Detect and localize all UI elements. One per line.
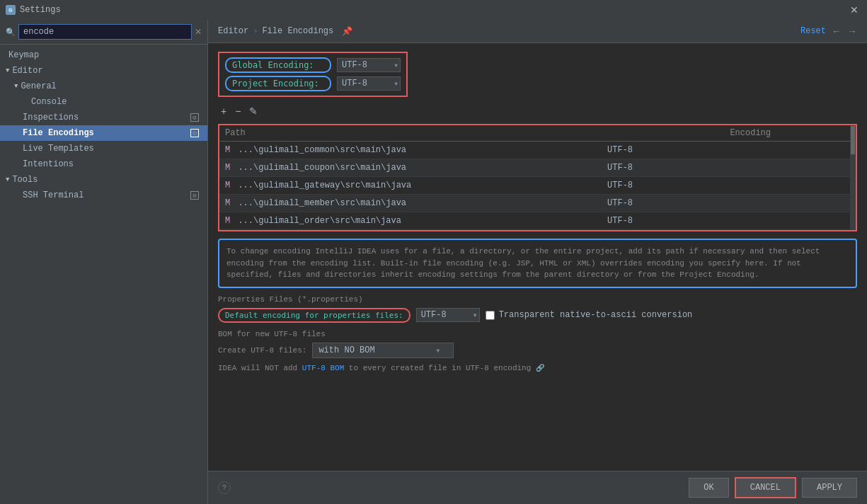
app-icon: ⚙ xyxy=(6,5,16,15)
file-table-body: M ...\gulimall_common\src\main\java UTF-… xyxy=(219,142,856,230)
project-encoding-select[interactable]: UTF-8 xyxy=(337,76,401,91)
idea-prefix: IDEA will NOT add xyxy=(218,364,302,372)
table-row[interactable]: M ...\gulimall_common\src\main\java UTF-… xyxy=(219,142,856,159)
global-encoding-row: Global Encoding: UTF-8 xyxy=(225,57,401,73)
sidebar-item-live-templates[interactable]: Live Templates xyxy=(0,141,207,156)
sidebar-group-tools[interactable]: ▼ Tools xyxy=(0,172,207,188)
sidebar-item-label: Intentions xyxy=(23,159,74,169)
encoding-cell: UTF-8 xyxy=(602,142,856,159)
sidebar-item-console[interactable]: Console xyxy=(0,94,207,110)
default-encoding-label: Default encoding for properties files: xyxy=(218,308,410,323)
search-input[interactable] xyxy=(18,24,192,40)
content-area: Editor › File Encodings 📌 Reset ← → Glob… xyxy=(208,20,867,504)
scrollbar-thumb[interactable] xyxy=(851,126,855,154)
global-encoding-label: Global Encoding: xyxy=(225,57,331,73)
path-text: ...\gulimall_common\src\main\java xyxy=(238,145,406,155)
footer-left: ? xyxy=(218,481,683,494)
table-row[interactable]: M ...\gulimall_gateway\src\main\java UTF… xyxy=(219,177,856,195)
apply-button[interactable]: APPLY xyxy=(802,478,857,498)
idea-note: IDEA will NOT add UTF-8 BOM to every cre… xyxy=(218,364,857,372)
sidebar-group-general[interactable]: ▼ General xyxy=(0,79,207,94)
sidebar-item-label: File Encodings xyxy=(23,128,94,138)
inspections-badge: ⚙ xyxy=(190,113,199,122)
ok-button[interactable]: OK xyxy=(689,478,728,498)
add-path-button[interactable]: + xyxy=(218,104,229,118)
idea-highlight: UTF-8 BOM xyxy=(302,364,344,372)
properties-section-title: Properties Files (*.properties) xyxy=(218,295,857,304)
idea-suffix: to every created file in UTF-8 encoding xyxy=(349,364,531,372)
table-row[interactable]: M ...\gulimall_member\src\main\java UTF-… xyxy=(219,195,856,212)
sidebar-item-keymap[interactable]: Keymap xyxy=(0,47,207,63)
path-cell: M ...\gulimall_gateway\src\main\java xyxy=(219,177,602,195)
properties-encoding-select-wrapper: UTF-8 xyxy=(416,308,480,322)
main-layout: 🔍 ✕ Keymap ▼ Editor ▼ General Console In… xyxy=(0,20,867,504)
remove-path-button[interactable]: − xyxy=(232,104,243,118)
sidebar-item-label: Tools xyxy=(12,175,38,185)
breadcrumb: Editor › File Encodings 📌 xyxy=(218,26,352,37)
info-text: To change encoding IntelliJ IDEA uses fo… xyxy=(226,247,820,279)
properties-encoding-select[interactable]: UTF-8 xyxy=(416,308,480,322)
create-label: Create UTF-8 files: xyxy=(218,346,306,355)
close-button[interactable]: ✕ xyxy=(847,3,861,17)
forward-button[interactable]: → xyxy=(847,25,857,37)
table-row[interactable]: M ...\gulimall_coupon\src\main\java UTF-… xyxy=(219,159,856,177)
sidebar-group-editor[interactable]: ▼ Editor xyxy=(0,63,207,79)
sidebar-item-label: Inspections xyxy=(23,113,79,122)
transparent-checkbox-row: Transparent native-to-ascii conversion xyxy=(486,310,693,320)
sidebar-item-inspections[interactable]: Inspections ⚙ xyxy=(0,110,207,125)
file-table-header: Path Encoding xyxy=(219,125,856,142)
file-icon: M xyxy=(225,163,230,173)
path-column-header: Path xyxy=(219,125,602,142)
sidebar-item-label: Keymap xyxy=(8,50,39,60)
content-body: Global Encoding: UTF-8 Project Encoding:… xyxy=(208,43,867,471)
ssh-badge: ⚙ xyxy=(190,191,199,200)
breadcrumb-editor: Editor xyxy=(218,26,248,36)
sidebar-item-label: SSH Terminal xyxy=(23,190,84,200)
path-cell: M ...\gulimall_member\src\main\java xyxy=(219,195,602,212)
table-scroll-container: Path Encoding M ...\gulimall_common\src\… xyxy=(219,125,856,230)
path-text: ...\gulimall_order\src\main\java xyxy=(238,216,401,226)
encoding-section: Global Encoding: UTF-8 Project Encoding:… xyxy=(218,52,408,97)
table-row[interactable]: M ...\gulimall_order\src\main\java UTF-8 xyxy=(219,212,856,230)
footer: ? OK CANCEL APPLY xyxy=(208,471,867,504)
search-icon: 🔍 xyxy=(6,28,16,37)
encoding-cell: UTF-8 xyxy=(602,177,856,195)
cancel-button[interactable]: CANCEL xyxy=(735,477,796,498)
global-encoding-select[interactable]: UTF-8 xyxy=(337,58,401,72)
title-bar-left: ⚙ Settings xyxy=(6,5,61,15)
external-link-icon[interactable]: 🔗 xyxy=(536,365,544,372)
encoding-cell: UTF-8 xyxy=(602,159,856,177)
project-encoding-label: Project Encoding: xyxy=(225,76,331,91)
global-encoding-select-wrapper: UTF-8 xyxy=(337,58,401,72)
file-table-wrapper: Path Encoding M ...\gulimall_common\src\… xyxy=(218,124,857,231)
pin-icon: 📌 xyxy=(342,26,352,37)
search-bar: 🔍 ✕ xyxy=(0,20,207,45)
properties-row: Default encoding for properties files: U… xyxy=(218,308,857,323)
help-button[interactable]: ? xyxy=(218,481,231,494)
reset-link[interactable]: Reset xyxy=(800,26,826,36)
sidebar-item-label: Live Templates xyxy=(23,144,94,154)
bom-select[interactable]: with NO BOM xyxy=(312,343,454,358)
edit-path-button[interactable]: ✎ xyxy=(246,104,260,118)
sidebar-item-intentions[interactable]: Intentions xyxy=(0,156,207,172)
encoding-column-header: Encoding xyxy=(602,125,856,142)
collapse-icon: ▼ xyxy=(6,176,9,183)
encoding-cell: UTF-8 xyxy=(602,212,856,230)
properties-section: Properties Files (*.properties) Default … xyxy=(218,295,857,323)
file-icon: M xyxy=(225,145,230,155)
project-encoding-row: Project Encoding: UTF-8 xyxy=(225,76,401,91)
content-header: Editor › File Encodings 📌 Reset ← → xyxy=(208,20,867,43)
path-text: ...\gulimall_gateway\src\main\java xyxy=(238,181,411,190)
sidebar-item-file-encodings[interactable]: File Encodings ⚙ xyxy=(0,125,207,141)
sidebar-item-ssh-terminal[interactable]: SSH Terminal ⚙ xyxy=(0,188,207,203)
transparent-checkbox[interactable] xyxy=(486,311,495,320)
back-button[interactable]: ← xyxy=(832,25,842,37)
scrollbar-track[interactable] xyxy=(850,125,856,230)
bom-section-title: BOM for new UTF-8 files xyxy=(218,330,857,338)
search-clear-button[interactable]: ✕ xyxy=(195,27,202,37)
sidebar-item-label: General xyxy=(21,81,56,91)
path-cell: M ...\gulimall_coupon\src\main\java xyxy=(219,159,602,177)
sidebar-item-label: Console xyxy=(31,97,67,107)
collapse-icon: ▼ xyxy=(14,83,18,90)
info-box: To change encoding IntelliJ IDEA uses fo… xyxy=(218,239,857,288)
